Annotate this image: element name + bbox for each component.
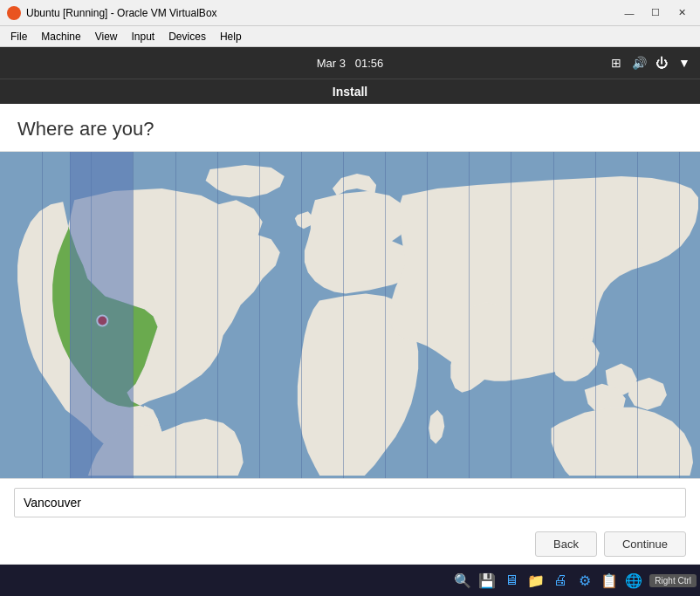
right-ctrl-label: Right Ctrl [649,574,697,587]
page-title: Where are you? [17,118,683,140]
taskbar-icon-3[interactable]: 🖥 [501,570,522,591]
menu-file[interactable]: File [3,29,34,45]
city-input[interactable] [14,488,686,517]
location-pin [97,315,107,325]
window-controls: — ☐ ✕ [618,4,693,22]
volume-icon[interactable]: 🔊 [630,54,648,72]
menu-view[interactable]: View [88,29,125,45]
minimize-button[interactable]: — [618,4,641,22]
map-svg[interactable] [0,152,700,476]
taskbar-icon-4[interactable]: 📁 [525,570,546,591]
title-bar: Ubuntu [Running] - Oracle VM VirtualBox … [0,0,700,26]
menu-input[interactable]: Input [125,29,162,45]
taskbar-icon-1[interactable]: 🔍 [452,570,473,591]
app-icon [7,6,21,20]
back-button[interactable]: Back [535,531,597,557]
menu-machine[interactable]: Machine [34,29,87,45]
install-header: Install [0,79,700,104]
taskbar: 🔍 💾 🖥 📁 🖨 ⚙ 📋 🌐 Right Ctrl [0,565,700,596]
close-button[interactable]: ✕ [670,4,693,22]
network-icon[interactable]: ⊞ [607,54,625,72]
taskbar-icon-6[interactable]: ⚙ [574,570,595,591]
vm-top-bar: Mar 3 01:56 ⊞ 🔊 ⏻ ▼ [0,47,700,79]
system-tray: ⊞ 🔊 ⏻ ▼ [607,54,693,72]
menu-bar: File Machine View Input Devices Help [0,26,700,47]
taskbar-icon-7[interactable]: 📋 [599,570,620,591]
navigation-buttons: Back Continue [0,526,700,564]
maximize-button[interactable]: ☐ [644,4,667,22]
location-input-area [0,478,700,526]
page-title-section: Where are you? [0,104,700,152]
continue-button[interactable]: Continue [604,531,686,557]
date-text: Mar 3 [317,57,346,70]
arrow-icon[interactable]: ▼ [676,54,693,72]
main-content: Where are you? [0,104,700,564]
window-title: Ubuntu [Running] - Oracle VM VirtualBox [26,7,618,19]
menu-help[interactable]: Help [213,29,249,45]
datetime-display: Mar 3 01:56 [317,57,384,70]
taskbar-icon-8[interactable]: 🌐 [623,570,644,591]
taskbar-icon-2[interactable]: 💾 [477,570,498,591]
install-label: Install [333,85,367,99]
power-icon[interactable]: ⏻ [653,54,670,72]
world-map[interactable] [0,152,700,478]
taskbar-icon-5[interactable]: 🖨 [550,570,571,591]
menu-devices[interactable]: Devices [161,29,213,45]
time-text: 01:56 [355,57,384,70]
